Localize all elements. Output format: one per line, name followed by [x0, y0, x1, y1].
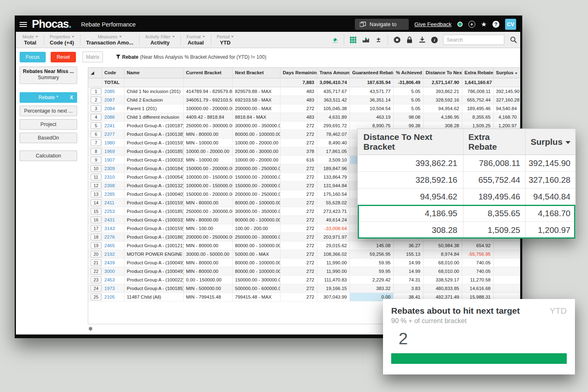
col-header-name[interactable]: Name: [124, 68, 183, 78]
row-number[interactable]: 11: [91, 174, 101, 180]
cell-code[interactable]: 2241: [102, 121, 124, 130]
sidebar-item-percentage-to-next[interactable]: Percentage to next ...: [20, 106, 77, 116]
lock-icon[interactable]: [406, 36, 413, 44]
cell-code[interactable]: 2086: [102, 113, 124, 121]
navigate-to-button[interactable]: Navigate to: [355, 19, 409, 30]
cell-code[interactable]: 1907: [102, 155, 124, 164]
row-number[interactable]: 14: [91, 199, 101, 206]
add-icon[interactable]: +: [468, 21, 475, 28]
sidebar-item-project[interactable]: Project: [20, 119, 77, 130]
chart-view-icon[interactable]: [362, 36, 370, 44]
cell-code[interactable]: 3143: [102, 224, 124, 233]
focus-button[interactable]: Focus: [20, 52, 46, 62]
snowflake-icon[interactable]: ❄: [88, 326, 93, 332]
cell-code[interactable]: 2276: [102, 233, 124, 241]
summary-box[interactable]: Rebates Near Miss ... Summary: [20, 66, 77, 84]
row-number[interactable]: 21: [91, 259, 101, 266]
cell-code[interactable]: 2105: [102, 292, 124, 301]
grid-view-icon[interactable]: [350, 36, 357, 44]
gear-icon[interactable]: [393, 36, 401, 44]
row-number[interactable]: 4: [91, 114, 101, 120]
row-number[interactable]: 6: [91, 131, 101, 137]
col-header-guaranteed-rebate[interactable]: Guaranteed Rebate: [350, 68, 393, 78]
reset-button[interactable]: Reset: [51, 52, 76, 62]
give-feedback-link[interactable]: Give Feedback: [414, 21, 452, 27]
user-avatar[interactable]: CV: [505, 19, 516, 30]
sidebar-item-basedon[interactable]: BasedOn: [20, 133, 77, 143]
cell-code[interactable]: 2377: [102, 130, 124, 138]
row-number[interactable]: 24: [91, 285, 101, 292]
hamburger-menu-icon[interactable]: [20, 22, 27, 27]
col-header-code[interactable]: Code: [102, 68, 124, 78]
download-icon[interactable]: [419, 36, 426, 44]
info-icon[interactable]: i: [431, 37, 438, 43]
row-number[interactable]: 3: [91, 105, 101, 112]
cell-achieved: 5.05: [393, 87, 423, 95]
cell-code[interactable]: 2087: [102, 95, 124, 104]
search-icon[interactable]: [510, 36, 517, 44]
cell-code[interactable]: 2309: [102, 164, 124, 173]
row-number[interactable]: 13: [91, 191, 101, 197]
overlay-cell: 308.28: [358, 222, 463, 238]
row-number[interactable]: 5: [91, 122, 101, 129]
cell-code[interactable]: 3000: [102, 267, 124, 275]
cell-code[interactable]: 2192: [102, 250, 124, 258]
help-icon[interactable]: ?: [492, 21, 499, 28]
cell-code[interactable]: 2310: [102, 173, 124, 181]
row-number[interactable]: 8: [91, 148, 101, 155]
row-number[interactable]: 20: [91, 251, 101, 257]
measures-selector[interactable]: Measures Transaction Amo...: [80, 34, 139, 46]
col-header-next-bracket[interactable]: Next Bracket: [232, 68, 280, 78]
col-header-surplus[interactable]: Surplus: [493, 68, 519, 78]
cell-code[interactable]: 2453: [102, 275, 124, 284]
plus-minus-icon[interactable]: ±: [375, 36, 382, 44]
cell-code[interactable]: 1973: [102, 284, 124, 292]
row-number[interactable]: 12: [91, 182, 101, 189]
col-header-days-remaining[interactable]: Days Remaining: [280, 68, 317, 78]
cell-code[interactable]: 1969: [102, 147, 124, 155]
col-header-achieved[interactable]: % Achieved: [393, 68, 423, 78]
cell-code[interactable]: 2085: [102, 87, 124, 95]
row-number[interactable]: 18: [91, 234, 101, 240]
row-number[interactable]: 1: [91, 88, 101, 95]
cell-code[interactable]: 1980: [102, 138, 124, 147]
sidebar-item-rebate[interactable]: Rebate * X: [20, 92, 77, 103]
activity-filter-selector[interactable]: Activity Filter Activity: [140, 34, 180, 46]
row-number[interactable]: 25: [91, 294, 101, 300]
row-number[interactable]: 19: [91, 242, 101, 249]
cell-code[interactable]: 2398: [102, 181, 124, 190]
cell-code[interactable]: 2465: [102, 241, 124, 250]
cell-code[interactable]: 2431: [102, 215, 124, 224]
col-header-extra-rebate[interactable]: Extra Rebate: [462, 68, 493, 78]
cell-code[interactable]: 2285: [102, 190, 124, 198]
col-header-trans-amount[interactable]: Trans Amount: [317, 68, 350, 78]
period-selector[interactable]: Period YTD: [211, 34, 240, 46]
favorite-star-icon[interactable]: ★: [481, 21, 487, 28]
row-number[interactable]: 16: [91, 217, 101, 223]
row-number[interactable]: 23: [91, 277, 101, 283]
row-number[interactable]: 22: [91, 268, 101, 275]
format-selector[interactable]: Format Actual: [181, 34, 211, 46]
mode-selector[interactable]: Mode Total: [17, 34, 44, 46]
row-number[interactable]: 9: [91, 157, 101, 163]
cell-code[interactable]: 2084: [102, 104, 124, 113]
kpi-progress-bar: [391, 353, 567, 364]
properties-selector[interactable]: Properties Code (+4): [44, 34, 80, 46]
cell-code[interactable]: 2253: [102, 207, 124, 215]
sidebar-item-calculation[interactable]: Calculation: [20, 151, 77, 161]
col-header-distance-to-next[interactable]: Distance To Next: [423, 68, 462, 78]
paint-bucket-icon[interactable]: [331, 36, 339, 44]
cell-code[interactable]: 2411: [102, 198, 124, 207]
search-input[interactable]: [443, 35, 504, 45]
close-icon[interactable]: X: [70, 95, 73, 100]
matrix-tab[interactable]: Matrix: [82, 51, 103, 62]
cell-code[interactable]: 2439: [102, 258, 124, 267]
sort-corner-icon[interactable]: ◢: [91, 70, 94, 75]
col-header-current-bracket[interactable]: Current Bracket: [183, 68, 232, 78]
row-number[interactable]: 10: [91, 165, 101, 172]
row-number[interactable]: 17: [91, 225, 101, 232]
row-number[interactable]: 2: [91, 97, 101, 103]
row-number[interactable]: 15: [91, 208, 101, 215]
row-number[interactable]: 7: [91, 140, 101, 146]
active-filter[interactable]: Rebate (Near Miss Analysis % Bracket Ach…: [116, 48, 266, 66]
